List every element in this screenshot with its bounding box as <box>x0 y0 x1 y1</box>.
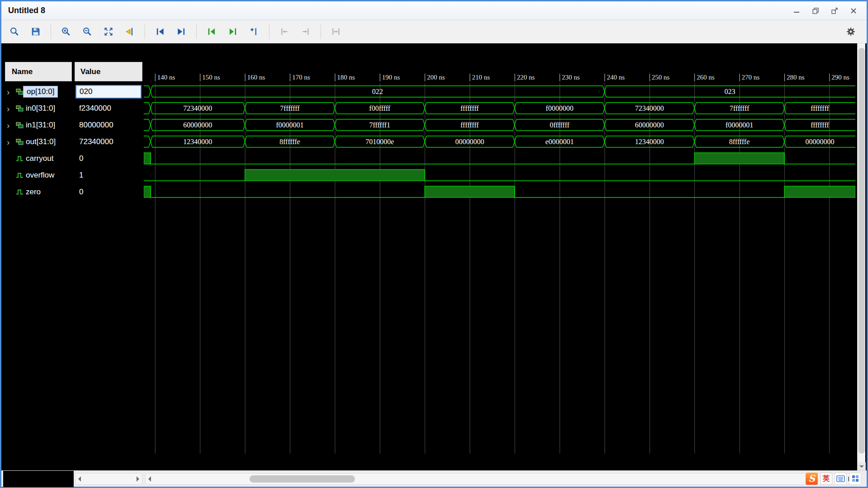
next-transition-icon <box>228 27 238 37</box>
input-language-badge[interactable]: 英 <box>820 473 832 485</box>
add-marker-button[interactable] <box>245 23 264 41</box>
scroll-left-icon[interactable] <box>146 476 151 482</box>
svg-text:290 ns: 290 ns <box>831 74 849 81</box>
sogou-logo-icon[interactable]: S <box>806 473 818 485</box>
triangle-down-icon <box>859 465 864 470</box>
close-icon <box>850 8 857 14</box>
svg-text:f0000001: f0000001 <box>726 121 753 129</box>
scroll-down-button[interactable] <box>858 462 866 470</box>
close-button[interactable] <box>847 5 860 16</box>
signal-row-zero[interactable]: zero0 <box>3 183 144 200</box>
scalar-signal-icon <box>16 188 24 195</box>
svg-text:e0000001: e0000001 <box>545 138 574 145</box>
go-to-last-time-button[interactable] <box>172 23 191 41</box>
soft-keyboard-button[interactable] <box>835 473 847 485</box>
restore-button[interactable] <box>809 5 822 16</box>
go-to-time-0-button[interactable] <box>151 23 170 41</box>
previous-transition-button[interactable] <box>202 23 221 41</box>
expand-chevron-icon[interactable]: › <box>7 87 9 96</box>
signal-row-carryout[interactable]: carryout0 <box>3 150 144 167</box>
svg-text:ffffffff: ffffffff <box>811 104 829 112</box>
svg-text:12340000: 12340000 <box>635 138 664 145</box>
svg-text:00000000: 00000000 <box>805 138 834 145</box>
toolbar-separator <box>321 24 321 39</box>
window-title: Untitled 8 <box>8 6 45 15</box>
scroll-left-icon[interactable] <box>75 476 81 482</box>
svg-text:190 ns: 190 ns <box>382 74 400 81</box>
signal-row-overflow[interactable]: overflow1 <box>3 167 144 183</box>
next-transition-button[interactable] <box>223 23 242 41</box>
signal-value: 72340000 <box>79 137 113 146</box>
previous-marker-button[interactable] <box>275 23 294 41</box>
svg-text:170 ns: 170 ns <box>292 74 310 81</box>
svg-text:8ffffffe: 8ffffffe <box>729 138 750 145</box>
signal-row-in1[interactable]: ›in1[31:0]80000000 <box>3 117 144 133</box>
svg-text:7010000e: 7010000e <box>365 138 394 145</box>
signal-name: carryout <box>26 154 53 163</box>
toolbar-separator <box>196 24 197 39</box>
waveform-canvas[interactable]: 140 ns150 ns160 ns170 ns180 ns190 ns200 … <box>144 43 855 470</box>
bus-signal-icon <box>16 138 24 145</box>
svg-text:220 ns: 220 ns <box>517 74 535 81</box>
svg-text:60000000: 60000000 <box>635 121 664 129</box>
zoom-to-cursor-icon <box>125 27 135 37</box>
svg-text:f0000000: f0000000 <box>546 104 573 112</box>
previous-transition-icon <box>207 27 217 37</box>
signal-name: out[31:0] <box>26 137 56 146</box>
scalar-signal-icon <box>16 172 24 178</box>
keyboard-icon <box>836 475 845 482</box>
swap-cursors-icon <box>331 27 341 37</box>
vertical-scrollbar[interactable] <box>857 43 865 470</box>
scalar-signal-icon <box>16 155 24 162</box>
signal-row-out[interactable]: ›out[31:0]72340000 <box>3 133 144 150</box>
svg-text:7fffffff: 7fffffff <box>730 104 750 112</box>
signal-value[interactable]: 020 <box>75 85 142 99</box>
svg-text:ffffffff: ffffffff <box>461 104 479 112</box>
svg-text:260 ns: 260 ns <box>697 74 715 81</box>
signal-name: in1[31:0] <box>26 121 55 130</box>
svg-text:7fffffff: 7fffffff <box>280 104 300 112</box>
signal-value: 0 <box>79 188 83 197</box>
svg-text:8ffffffe: 8ffffffe <box>279 138 300 145</box>
svg-text:72340000: 72340000 <box>635 104 664 112</box>
swap-cursors-button[interactable] <box>326 23 345 41</box>
ime-menu-button[interactable] <box>849 473 861 485</box>
float-button[interactable] <box>828 5 841 16</box>
wave-horizontal-scrollbar[interactable] <box>145 473 854 485</box>
column-header-name: Name <box>5 62 72 81</box>
signal-name: in0[31:0] <box>26 104 55 113</box>
scroll-right-icon[interactable] <box>137 476 142 482</box>
toolbar-separator <box>51 24 51 39</box>
zoom-out-button[interactable] <box>78 23 97 41</box>
signal-row-op[interactable]: ›op[10:0]020 <box>3 83 144 100</box>
wave-window: Untitled 8 <box>0 0 868 488</box>
svg-text:f00fffff: f00fffff <box>369 104 391 112</box>
names-horizontal-scrollbar[interactable] <box>75 473 142 485</box>
signal-value: 0 <box>79 154 83 163</box>
zoom-in-button[interactable] <box>57 23 75 41</box>
expand-chevron-icon[interactable]: › <box>7 137 9 146</box>
vertical-scrollbar-thumb[interactable] <box>859 48 865 454</box>
svg-text:150 ns: 150 ns <box>202 74 220 81</box>
svg-text:ffffffff: ffffffff <box>811 121 829 129</box>
expand-chevron-icon[interactable]: › <box>7 121 9 129</box>
go-to-time-0-icon <box>155 27 165 37</box>
expand-chevron-icon[interactable]: › <box>7 104 9 113</box>
svg-text:160 ns: 160 ns <box>247 74 265 81</box>
svg-text:0fffffff: 0fffffff <box>550 121 570 129</box>
float-icon <box>831 8 838 14</box>
toolbar-separator <box>269 24 269 39</box>
minimize-button[interactable] <box>790 5 803 16</box>
save-button[interactable] <box>26 23 45 41</box>
zoom-fit-button[interactable] <box>99 23 118 41</box>
zoom-out-icon <box>82 27 92 37</box>
next-marker-button[interactable] <box>296 23 315 41</box>
signal-name: overflow <box>26 171 54 180</box>
wave-scrollbar-thumb[interactable] <box>250 475 355 483</box>
settings-button[interactable] <box>841 23 860 41</box>
signal-name: zero <box>26 188 41 197</box>
go-to-last-time-icon <box>176 27 186 37</box>
signal-row-in0[interactable]: ›in0[31:0]f2340000 <box>3 100 144 117</box>
search-button[interactable] <box>5 23 24 41</box>
zoom-to-cursor-button[interactable] <box>120 23 139 41</box>
